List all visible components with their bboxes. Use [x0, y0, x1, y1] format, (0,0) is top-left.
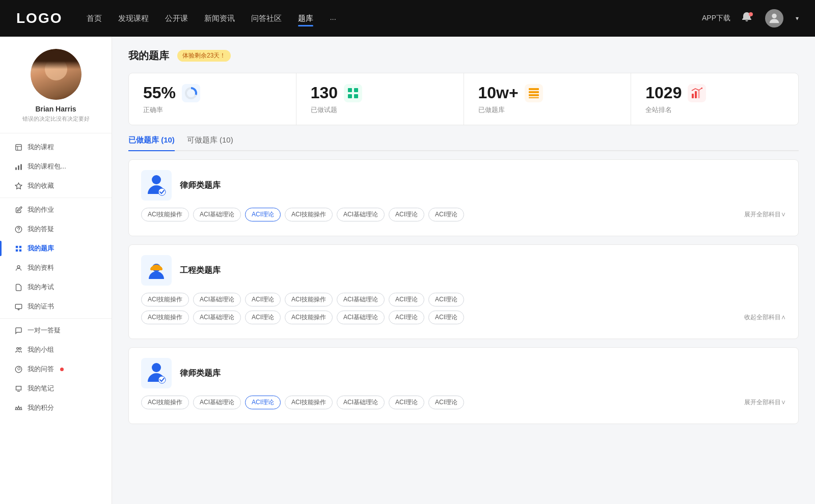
nav-more[interactable]: ··· — [330, 14, 336, 23]
svg-rect-6 — [20, 164, 22, 170]
nav-news[interactable]: 新闻资讯 — [204, 14, 235, 23]
logo[interactable]: LOGO — [16, 10, 62, 26]
l2-tag-4[interactable]: ACI基础理论 — [337, 396, 385, 409]
svg-rect-31 — [695, 91, 697, 98]
qbank-tags-row-eng-2: ACI技能操作 ACI基础理论 ACI理论 ACI技能操作 ACI基础理论 AC… — [141, 311, 786, 324]
eng-tag-r1-1[interactable]: ACI基础理论 — [193, 293, 241, 306]
profile-motto: 错误的决定比没有决定要好 — [22, 115, 90, 123]
sidebar-item-qa[interactable]: 我的答疑 — [0, 219, 112, 239]
sidebar-item-favorites[interactable]: 我的收藏 — [0, 176, 112, 195]
eng-tag-r2-2[interactable]: ACI理论 — [245, 311, 281, 324]
eng-tag-r1-2[interactable]: ACI理论 — [245, 293, 281, 306]
sidebar-label-qbank: 我的题库 — [28, 244, 54, 253]
sidebar-item-oneonone[interactable]: 一对一答疑 — [0, 321, 112, 340]
nav-qa[interactable]: 问答社区 — [251, 14, 282, 23]
user-menu-chevron[interactable]: ▾ — [796, 15, 799, 22]
app-download-link[interactable]: APP下载 — [702, 14, 730, 23]
tag-6[interactable]: ACI理论 — [428, 208, 464, 221]
sidebar-item-group[interactable]: 我的小组 — [0, 340, 112, 359]
eng-tag-r1-3[interactable]: ACI技能操作 — [285, 293, 333, 306]
nav-discover[interactable]: 发现课程 — [118, 14, 149, 23]
sidebar-item-exam[interactable]: 我的考试 — [0, 277, 112, 297]
sidebar-label-notes: 我的笔记 — [28, 384, 54, 393]
nav-open-course[interactable]: 公开课 — [165, 14, 188, 23]
stat-accuracy: 55% 正确率 — [129, 73, 296, 125]
sidebar-item-course-pack[interactable]: 我的课程包... — [0, 157, 112, 176]
tag-3[interactable]: ACI技能操作 — [285, 208, 333, 221]
svg-rect-29 — [529, 97, 539, 98]
tag-1[interactable]: ACI基础理论 — [193, 208, 241, 221]
eng-tag-r1-6[interactable]: ACI理论 — [428, 293, 464, 306]
star-icon — [14, 182, 22, 190]
sidebar-label-cert: 我的证书 — [28, 302, 54, 311]
eng-tag-r2-0[interactable]: ACI技能操作 — [141, 311, 189, 324]
eng-tag-r1-0[interactable]: ACI技能操作 — [141, 293, 189, 306]
sidebar-item-courses[interactable]: 我的课程 — [0, 137, 112, 157]
qbank-title-lawyer-1: 律师类题库 — [180, 180, 221, 191]
user-avatar[interactable] — [765, 9, 783, 27]
grid-icon — [14, 244, 22, 253]
certificate-icon — [14, 302, 22, 311]
eng-tag-r2-1[interactable]: ACI基础理论 — [193, 311, 241, 324]
l2-tag-6[interactable]: ACI理论 — [428, 396, 464, 409]
eng-tag-r1-4[interactable]: ACI基础理论 — [337, 293, 385, 306]
nav-home[interactable]: 首页 — [87, 14, 102, 23]
collapse-link-eng[interactable]: 收起全部科目∧ — [744, 313, 786, 322]
sidebar-divider-1 — [0, 198, 112, 198]
stat-banks-value: 10w+ — [478, 83, 519, 102]
sidebar-item-qbank[interactable]: 我的题库 — [0, 239, 112, 258]
nav-qbank[interactable]: 题库 — [298, 14, 313, 23]
tag-0[interactable]: ACI技能操作 — [141, 208, 189, 221]
sidebar-item-notes[interactable]: 我的笔记 — [0, 379, 112, 398]
l2-tag-3[interactable]: ACI技能操作 — [285, 396, 333, 409]
tag-2[interactable]: ACI理论 — [245, 208, 281, 221]
stat-rank-value: 1029 — [645, 83, 682, 102]
topnav: LOGO 首页 发现课程 公开课 新闻资讯 问答社区 题库 ··· APP下载 … — [0, 0, 815, 37]
eng-tag-r2-5[interactable]: ACI理论 — [389, 311, 424, 324]
expand-link-2[interactable]: 展开全部科目∨ — [744, 398, 786, 407]
tab-todo[interactable]: 可做题库 (10) — [187, 135, 233, 150]
svg-rect-1 — [15, 144, 21, 150]
eng-tag-r2-3[interactable]: ACI技能操作 — [285, 311, 333, 324]
sidebar-item-profile[interactable]: 我的资料 — [0, 258, 112, 277]
expand-link-1[interactable]: 展开全部科目∨ — [744, 210, 786, 219]
svg-point-19 — [15, 366, 22, 373]
questions-icon — [344, 84, 362, 102]
qbank-card-lawyer-2: 律师类题库 ACI技能操作 ACI基础理论 ACI理论 ACI技能操作 ACI基… — [128, 347, 799, 424]
eng-tag-r2-4[interactable]: ACI基础理论 — [337, 311, 385, 324]
sidebar-item-homework[interactable]: 我的作业 — [0, 200, 112, 219]
svg-rect-4 — [15, 167, 17, 170]
eng-tag-r2-6[interactable]: ACI理论 — [428, 311, 464, 324]
svg-point-17 — [16, 347, 18, 349]
sidebar-label-exam: 我的考试 — [28, 283, 54, 292]
stat-questions-label: 已做试题 — [311, 105, 449, 115]
sidebar-item-myqa[interactable]: 我的问答 — [0, 359, 112, 379]
qbank-header-engineer: 工程类题库 — [141, 255, 786, 286]
l2-tag-2[interactable]: ACI理论 — [245, 396, 281, 409]
eng-tag-r1-5[interactable]: ACI理论 — [389, 293, 424, 306]
svg-rect-32 — [698, 90, 700, 98]
tab-done[interactable]: 已做题库 (10) — [128, 135, 175, 150]
sidebar-item-points[interactable]: 我的积分 — [0, 398, 112, 417]
lawyer-icon-2 — [141, 358, 172, 388]
l2-tag-5[interactable]: ACI理论 — [389, 396, 424, 409]
notification-bell[interactable] — [741, 11, 755, 25]
l2-tag-0[interactable]: ACI技能操作 — [141, 396, 189, 409]
stat-banks: 10w+ 已做题库 — [464, 73, 632, 125]
stats-row: 55% 正确率 130 — [128, 73, 799, 125]
svg-rect-13 — [19, 249, 21, 251]
sidebar-divider-2 — [0, 318, 112, 319]
qbank-header-lawyer-1: 律师类题库 — [141, 170, 786, 201]
svg-point-0 — [772, 14, 776, 18]
tag-5[interactable]: ACI理论 — [389, 208, 424, 221]
sidebar-label-points: 我的积分 — [28, 403, 54, 412]
tag-4[interactable]: ACI基础理论 — [337, 208, 385, 221]
svg-point-9 — [18, 231, 18, 231]
myqa-dot — [60, 368, 64, 371]
rank-icon — [688, 84, 706, 102]
l2-tag-1[interactable]: ACI基础理论 — [193, 396, 241, 409]
accuracy-icon — [182, 84, 200, 102]
sidebar-item-cert[interactable]: 我的证书 — [0, 297, 112, 316]
nav-links: 首页 发现课程 公开课 新闻资讯 问答社区 题库 ··· — [87, 14, 702, 23]
svg-rect-15 — [15, 304, 22, 309]
